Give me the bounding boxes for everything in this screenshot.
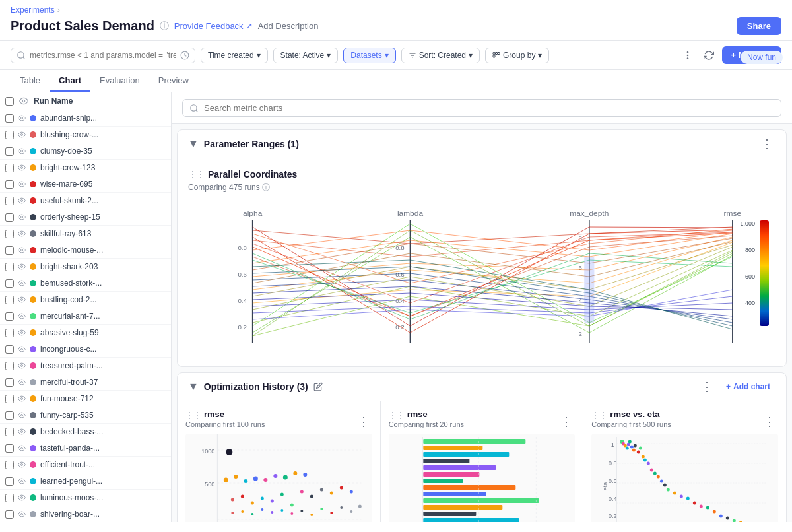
eye-icon-24[interactable] [18,510,26,518]
list-item[interactable]: funny-carp-535 [0,407,171,424]
eye-icon-21[interactable] [18,461,26,469]
run-checkbox-23[interactable] [5,494,14,502]
eye-icon-7[interactable] [18,230,26,238]
info-icon[interactable]: ⓘ [160,20,169,32]
list-item[interactable]: skillful-ray-613 [0,226,171,242]
eye-icon-13[interactable] [18,329,26,337]
tab-chart[interactable]: Chart [50,70,90,92]
eye-icon-10[interactable] [18,279,26,287]
list-item[interactable]: fun-mouse-712 [0,391,171,407]
eye-icon-2[interactable] [18,147,26,155]
tab-preview[interactable]: Preview [149,70,198,92]
eye-all-icon[interactable] [19,96,28,106]
datasets-filter-btn[interactable]: Datasets ▾ [343,48,395,63]
tab-evaluation[interactable]: Evaluation [90,70,149,92]
eye-icon-11[interactable] [18,296,26,304]
eye-icon-17[interactable] [18,395,26,403]
run-checkbox-6[interactable] [5,213,14,222]
run-checkbox-17[interactable] [5,395,14,403]
info-parallel-icon[interactable]: ⓘ [262,183,270,192]
list-item[interactable]: clumsy-doe-35 [0,143,171,160]
list-item[interactable]: abrasive-slug-59 [0,325,171,341]
sort-filter-btn[interactable]: Sort: Created ▾ [401,48,480,63]
add-chart-btn[interactable]: + Add chart [721,380,776,394]
list-item[interactable]: bright-shark-203 [0,259,171,275]
run-checkbox-8[interactable] [5,246,14,255]
eye-icon-22[interactable] [18,477,26,485]
list-item[interactable]: incongruous-c... [0,341,171,358]
eye-icon-14[interactable] [18,345,26,353]
run-checkbox-18[interactable] [5,411,14,420]
collapse-param-icon[interactable]: ▼ [188,138,199,150]
select-all-checkbox[interactable] [5,97,14,106]
drag-handle-1[interactable]: ⋮⋮ [185,411,201,420]
eye-icon-3[interactable] [18,164,26,172]
run-checkbox-0[interactable] [5,114,14,123]
list-item[interactable]: orderly-sheep-15 [0,209,171,226]
run-checkbox-11[interactable] [5,296,14,304]
list-item[interactable]: tasteful-panda-... [0,440,171,457]
list-item[interactable]: bemused-stork-... [0,275,171,292]
list-item[interactable]: blushing-crow-... [0,127,171,143]
run-checkbox-21[interactable] [5,461,14,469]
eye-icon-0[interactable] [18,114,26,122]
run-checkbox-16[interactable] [5,378,14,387]
chart-search-input[interactable] [204,103,774,113]
time-filter-btn[interactable]: Time created ▾ [201,48,268,63]
run-checkbox-13[interactable] [5,329,14,337]
run-checkbox-5[interactable] [5,197,14,205]
opt-more-btn[interactable]: ⋮ [698,380,715,394]
list-item[interactable]: merciful-trout-37 [0,374,171,391]
experiments-link[interactable]: Experiments [11,5,55,15]
run-checkbox-14[interactable] [5,345,14,354]
share-button[interactable]: Share [737,17,781,35]
list-item[interactable]: melodic-mouse-... [0,242,171,259]
search-input[interactable] [30,51,176,60]
run-checkbox-10[interactable] [5,279,14,288]
eye-icon-6[interactable] [18,213,26,221]
eye-icon-9[interactable] [18,263,26,271]
eye-icon-12[interactable] [18,312,26,320]
list-item[interactable]: bright-crow-123 [0,160,171,176]
list-item[interactable]: mercurial-ant-7... [0,308,171,325]
run-checkbox-12[interactable] [5,312,14,321]
edit-icon[interactable] [314,382,323,391]
eye-icon-23[interactable] [18,494,26,502]
eye-icon-5[interactable] [18,197,26,205]
eye-icon-18[interactable] [18,411,26,419]
eye-icon-15[interactable] [18,362,26,370]
add-description-btn[interactable]: Add Description [258,21,319,31]
run-checkbox-1[interactable] [5,131,14,139]
drag-handle-parallel[interactable]: ⋮⋮ [188,169,204,180]
run-checkbox-24[interactable] [5,510,14,519]
drag-handle-2[interactable]: ⋮⋮ [389,411,405,420]
list-item[interactable]: bustling-cod-2... [0,292,171,308]
eye-icon-8[interactable] [18,246,26,254]
refresh-btn[interactable] [701,48,717,63]
list-item[interactable]: useful-skunk-2... [0,193,171,209]
run-checkbox-22[interactable] [5,477,14,486]
run-checkbox-9[interactable] [5,263,14,271]
tab-table[interactable]: Table [11,70,50,92]
eye-icon-4[interactable] [18,180,26,188]
param-more-btn[interactable]: ⋮ [758,137,776,151]
state-filter-btn[interactable]: State: Active ▾ [273,48,339,63]
run-checkbox-7[interactable] [5,230,14,238]
list-item[interactable]: abundant-snip... [0,110,171,127]
list-item[interactable]: shivering-boar-... [0,506,171,522]
list-item[interactable]: luminous-moos-... [0,490,171,506]
more-options-btn[interactable] [680,48,696,63]
collapse-opt-icon[interactable]: ▼ [188,381,199,393]
eye-icon-20[interactable] [18,444,26,452]
list-item[interactable]: bedecked-bass-... [0,424,171,440]
run-checkbox-19[interactable] [5,428,14,436]
run-checkbox-2[interactable] [5,147,14,156]
chart3-more-btn[interactable]: ⋮ [761,415,778,429]
eye-icon-19[interactable] [18,428,26,436]
list-item[interactable]: efficient-trout-... [0,457,171,473]
group-by-btn[interactable]: Group by ▾ [485,48,549,63]
chart2-more-btn[interactable]: ⋮ [558,415,575,429]
chart1-more-btn[interactable]: ⋮ [355,415,372,429]
run-checkbox-15[interactable] [5,362,14,370]
list-item[interactable]: treasured-palm-... [0,358,171,374]
